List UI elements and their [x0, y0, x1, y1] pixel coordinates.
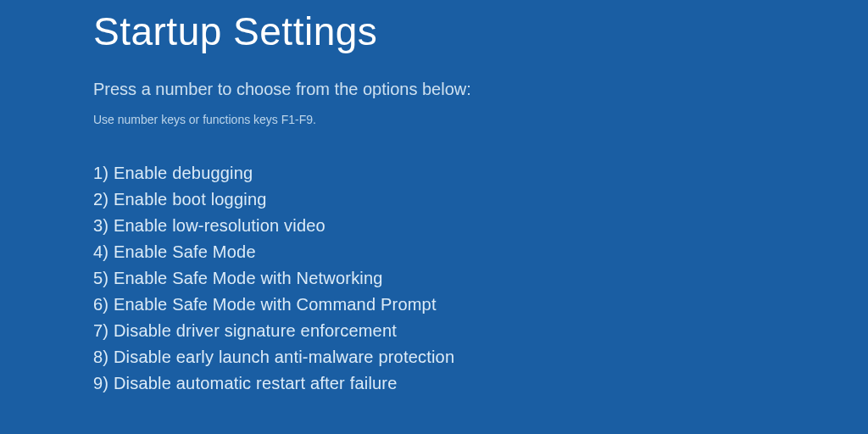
option-7-disable-driver-sig[interactable]: 7) Disable driver signature enforcement [93, 318, 868, 344]
option-8-disable-anti-malware[interactable]: 8) Disable early launch anti-malware pro… [93, 344, 868, 370]
option-3-low-res-video[interactable]: 3) Enable low-resolution video [93, 213, 868, 239]
option-5-safe-mode-networking[interactable]: 5) Enable Safe Mode with Networking [93, 265, 868, 292]
startup-options-list: 1) Enable debugging 2) Enable boot loggi… [93, 160, 868, 397]
option-1-debugging[interactable]: 1) Enable debugging [93, 160, 868, 186]
option-4-safe-mode[interactable]: 4) Enable Safe Mode [93, 239, 868, 265]
option-2-boot-logging[interactable]: 2) Enable boot logging [93, 186, 868, 213]
page-title: Startup Settings [93, 8, 868, 54]
option-6-safe-mode-cmd[interactable]: 6) Enable Safe Mode with Command Prompt [93, 292, 868, 318]
instruction-text: Press a number to choose from the option… [93, 80, 868, 99]
option-9-disable-auto-restart[interactable]: 9) Disable automatic restart after failu… [93, 370, 868, 397]
hint-text: Use number keys or functions keys F1-F9. [93, 113, 868, 126]
